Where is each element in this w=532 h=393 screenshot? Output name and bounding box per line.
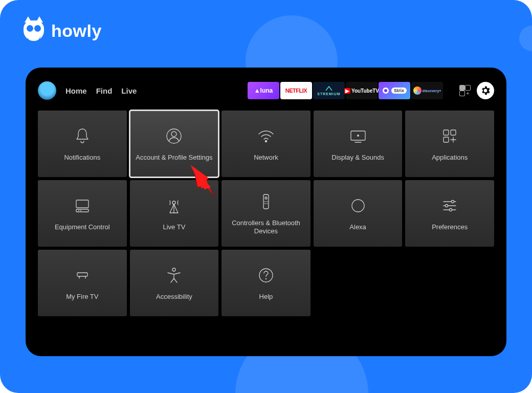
svg-point-23 [265, 197, 267, 199]
settings-gear-button[interactable] [477, 82, 494, 99]
svg-rect-17 [76, 200, 88, 208]
tile-help[interactable]: Help [221, 250, 311, 316]
tile-controllers-bluetooth[interactable]: Controllers & Bluetooth Devices [221, 180, 311, 247]
svg-point-11 [265, 140, 267, 142]
tile-label: Preferences [428, 223, 472, 231]
tile-label: Applications [428, 154, 472, 162]
svg-point-13 [357, 135, 359, 137]
tile-my-fire-tv[interactable]: My Fire TV [38, 250, 127, 316]
svg-rect-22 [263, 194, 269, 209]
tile-applications[interactable]: Applications [405, 111, 494, 177]
brand-name: howly [51, 21, 102, 41]
accessibility-icon [164, 265, 184, 286]
bell-icon [72, 126, 93, 146]
svg-point-29 [452, 200, 454, 203]
app-discovery[interactable]: discovery+ [411, 82, 443, 99]
tile-account-profile[interactable]: Account & Profile Settings [130, 111, 219, 177]
tile-label: Controllers & Bluetooth Devices [221, 219, 311, 236]
display-icon [348, 126, 368, 146]
svg-point-3 [171, 132, 176, 137]
tile-alexa[interactable]: Alexa [314, 180, 403, 247]
tile-label: Live TV [159, 223, 189, 231]
tile-network[interactable]: Network [221, 111, 311, 177]
antenna-icon [164, 195, 184, 216]
apps-icon [439, 126, 460, 146]
app-luna-label: luna [260, 87, 273, 94]
nav-home[interactable]: Home [65, 86, 87, 95]
nav-find[interactable]: Find [96, 86, 113, 95]
help-icon [256, 265, 276, 286]
tile-live-tv[interactable]: Live TV [130, 180, 219, 247]
svg-rect-14 [444, 130, 449, 135]
app-strix-label: Strix [391, 88, 407, 94]
svg-point-1 [384, 89, 387, 92]
tile-label: Account & Profile Settings [131, 154, 216, 162]
svg-rect-18 [76, 209, 88, 212]
app-luna[interactable]: ▲ luna [248, 82, 279, 99]
nav-live[interactable]: Live [121, 86, 137, 95]
app-discovery-label: discovery+ [423, 89, 441, 93]
svg-point-25 [267, 201, 268, 202]
tile-label: My Fire TV [62, 293, 102, 301]
app-stremium-label: STREMIUM [317, 92, 340, 96]
svg-point-26 [264, 203, 265, 204]
discovery-swirl-icon [413, 86, 422, 95]
sliders-icon [439, 195, 460, 216]
svg-rect-16 [444, 137, 449, 142]
app-strix[interactable]: Strix [379, 82, 410, 99]
page-card: howly Home Find Live ▲ luna NETFLIX STRE… [0, 0, 532, 393]
profile-avatar[interactable] [38, 81, 56, 100]
equipment-icon [72, 195, 93, 216]
tile-display-sounds[interactable]: Display & Sounds [314, 111, 403, 177]
svg-point-21 [172, 201, 175, 204]
svg-point-20 [80, 210, 81, 211]
app-row: ▲ luna NETFLIX STREMIUM ▶YouTubeTV Strix… [248, 82, 443, 99]
svg-point-35 [265, 278, 267, 279]
app-stremium[interactable]: STREMIUM [313, 82, 345, 99]
tile-notifications[interactable]: Notifications [38, 111, 127, 177]
top-bar: Home Find Live ▲ luna NETFLIX STREMIUM ▶… [38, 79, 494, 102]
svg-marker-9 [190, 165, 209, 181]
remote-icon [256, 191, 276, 212]
tile-label: Notifications [60, 154, 104, 162]
settings-grid: Notifications Account & Profile Settings… [38, 111, 494, 316]
svg-point-30 [446, 204, 448, 207]
svg-point-19 [78, 210, 79, 211]
bg-bubble [519, 26, 532, 51]
brand: howly [24, 20, 102, 41]
svg-point-33 [172, 268, 175, 271]
top-icons: + [459, 82, 494, 99]
app-youtube-label: YouTubeTV [351, 88, 379, 94]
svg-point-31 [450, 208, 452, 211]
apps-grid-icon[interactable]: + [459, 85, 471, 96]
howly-owl-icon [24, 20, 44, 41]
svg-rect-32 [77, 273, 87, 276]
alexa-icon [348, 195, 368, 216]
tile-label: Display & Sounds [327, 154, 388, 162]
tile-accessibility[interactable]: Accessibility [130, 250, 219, 316]
tile-equipment-control[interactable]: Equipment Control [38, 180, 127, 247]
tile-label: Help [255, 293, 277, 301]
svg-point-24 [264, 201, 265, 202]
tile-label: Equipment Control [51, 223, 114, 231]
tile-preferences[interactable]: Preferences [405, 180, 494, 247]
svg-point-27 [267, 203, 268, 204]
tile-label: Accessibility [152, 293, 196, 301]
screenshot-frame: Home Find Live ▲ luna NETFLIX STREMIUM ▶… [26, 68, 506, 356]
app-netflix[interactable]: NETFLIX [280, 82, 312, 99]
firetv-icon [72, 265, 93, 286]
svg-point-28 [352, 200, 364, 212]
app-youtubetv[interactable]: ▶YouTubeTV [346, 82, 378, 99]
wifi-icon [256, 126, 276, 146]
tile-label: Network [250, 154, 282, 162]
tile-label: Alexa [345, 223, 370, 231]
svg-rect-15 [451, 130, 456, 135]
profile-icon [164, 126, 184, 146]
